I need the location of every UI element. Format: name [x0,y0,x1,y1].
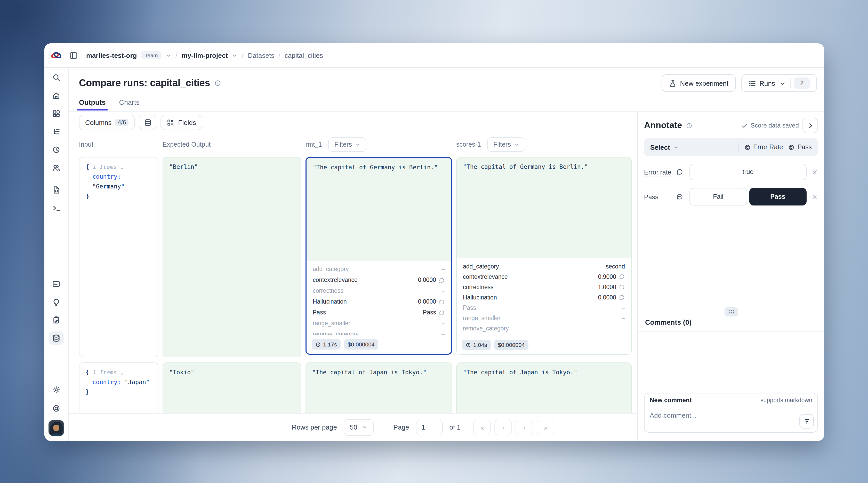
expected-output-cell[interactable]: "Tokio" [162,362,301,413]
metric-row[interactable]: range_smaller– [313,318,445,329]
comment-bubble-icon[interactable] [619,274,625,280]
json-items-label[interactable]: 1 Items [93,164,117,170]
stage: marlies-test-org Team / my-llm-project /… [0,0,868,483]
dashboard-icon[interactable] [49,107,64,120]
metric-row[interactable]: remove_category– [313,329,445,335]
chevron-down-icon[interactable] [232,52,238,58]
metric-row[interactable]: Hallucination0.0000 [463,292,625,303]
comment-bubble-icon[interactable] [439,309,445,316]
comment-bubble-icon[interactable] [439,299,445,305]
info-icon[interactable] [686,122,692,129]
top-bar: marlies-test-org Team / my-llm-project /… [44,43,824,68]
metric-row[interactable]: correctness– [313,285,445,296]
first-page-button[interactable]: « [473,420,491,435]
comment-bubble-icon[interactable] [676,168,689,176]
run-output-text: "The capital of Germany is Berlin." [307,158,451,261]
tab-charts[interactable]: Charts [119,99,140,111]
home-icon[interactable] [49,89,64,102]
breadcrumb-project[interactable]: my-llm-project [182,51,228,59]
select-dropdown[interactable]: Select [650,143,679,151]
breadcrumb-separator: / [242,51,244,59]
chevron-down-icon[interactable] [166,52,171,58]
page-title-text: Compare runs: capital_cities [79,78,210,89]
metric-row[interactable]: contextrelevance0.9000 [463,272,625,282]
support-lifebuoy-icon[interactable] [49,402,64,415]
search-icon[interactable] [49,71,64,84]
run2-output-cell[interactable]: "The capital of Germany is Berlin." add_… [456,157,632,355]
score-saved-status: Score data saved [741,122,799,129]
file-code-icon[interactable] [49,183,64,197]
comment-bubble-icon[interactable] [619,284,625,290]
breadcrumb-datasets[interactable]: Datasets [248,51,275,59]
json-items-label[interactable]: 1 Items [93,369,117,376]
annotation-clipboard-icon[interactable] [49,313,64,327]
metric-row[interactable]: Pass– [463,303,625,313]
row-height-button[interactable] [139,115,157,130]
prompts-bulb-icon[interactable] [49,295,64,309]
chevron-down-icon[interactable]: ⌄ [117,164,124,170]
run2-filters-button[interactable]: Filters [487,137,525,152]
fail-button[interactable]: Fail [689,188,747,206]
terminal-icon[interactable] [49,201,64,215]
collapse-sidebar-icon[interactable] [69,51,78,60]
error-rate-label[interactable]: Error rate [644,169,671,177]
tracing-tree-icon[interactable] [49,125,64,139]
feedback-row-pass: Pass Fail Pass [644,188,818,206]
runs-button[interactable]: Runs 2 [741,74,817,92]
metric-row[interactable]: add_category– [313,264,445,275]
pass-label[interactable]: Pass [644,193,658,201]
expected-output-cell[interactable]: "Berlin" [162,157,301,357]
breadcrumb-org[interactable]: marlies-test-org [86,51,137,59]
metric-row[interactable]: range_smaller– [463,313,625,323]
tab-outputs[interactable]: Outputs [79,99,106,111]
run2-output-cell[interactable]: "The capital of Japan is Tokyo." [456,362,632,413]
comment-bubble-icon[interactable] [439,277,445,283]
langsmith-logo[interactable] [44,50,68,60]
metric-row[interactable]: Hallucination0.0000 [313,296,445,307]
next-page-button[interactable]: › [516,420,533,435]
page-number-input[interactable] [416,420,443,435]
submit-comment-button[interactable] [799,414,814,428]
metric-row[interactable]: PassPass [313,307,445,318]
chip-pass[interactable]: Pass [788,144,812,151]
columns-button[interactable]: Columns 4/6 [79,115,135,130]
check-icon [741,122,747,129]
playground-icon[interactable] [49,277,64,291]
clear-error-rate-icon[interactable] [811,169,818,175]
metric-row[interactable]: remove_category– [463,323,625,334]
panel-splitter[interactable] [638,312,824,312]
run-stats: 1.04s $0.000004 [457,336,631,354]
previous-page-button[interactable]: ‹ [495,420,512,435]
run1-output-cell-selected[interactable]: "The capital of Germany is Berlin." add_… [306,157,452,355]
info-icon[interactable] [214,80,221,87]
comment-input[interactable] [645,407,817,432]
input-cell[interactable]: { 1 Items ⌄ country: "Japan" } [79,362,158,413]
run1-filters-button[interactable]: Filters [328,137,366,152]
history-clock-icon[interactable] [49,143,64,156]
settings-gear-icon[interactable] [49,383,64,396]
metric-row[interactable]: add_categorysecond [463,261,625,272]
users-icon[interactable] [49,161,64,175]
drag-handle-icon[interactable] [724,307,738,316]
breadcrumb-dataset[interactable]: capital_cities [285,51,323,59]
comment-bubble-icon[interactable] [619,294,625,301]
run2-name[interactable]: scores-1 [456,141,481,148]
fields-button[interactable]: Fields [161,115,202,130]
metric-row[interactable]: correctness1.0000 [463,282,625,292]
error-rate-input[interactable] [689,164,807,180]
datasets-database-icon[interactable] [49,331,64,345]
last-page-button[interactable]: » [537,420,555,435]
clear-pass-icon[interactable] [811,193,818,200]
chip-error-rate[interactable]: Error Rate [744,144,783,151]
collapse-panel-button[interactable] [802,118,818,133]
metric-row[interactable]: contextrelevance0.0000 [313,275,445,285]
comment-bubble-dots-icon[interactable] [676,193,689,200]
page-size-select[interactable]: 50 [344,419,374,435]
run1-output-cell[interactable]: "The capital of Japan is Tokyo." [306,362,452,413]
user-avatar[interactable] [49,420,64,436]
pass-button[interactable]: Pass [749,188,807,206]
input-cell[interactable]: { 1 Items ⌄ country: "Germany" } [79,157,158,357]
run1-name[interactable]: rmt_1 [306,141,322,148]
new-experiment-button[interactable]: New experiment [661,74,736,92]
chevron-down-icon[interactable]: ⌄ [117,369,124,376]
